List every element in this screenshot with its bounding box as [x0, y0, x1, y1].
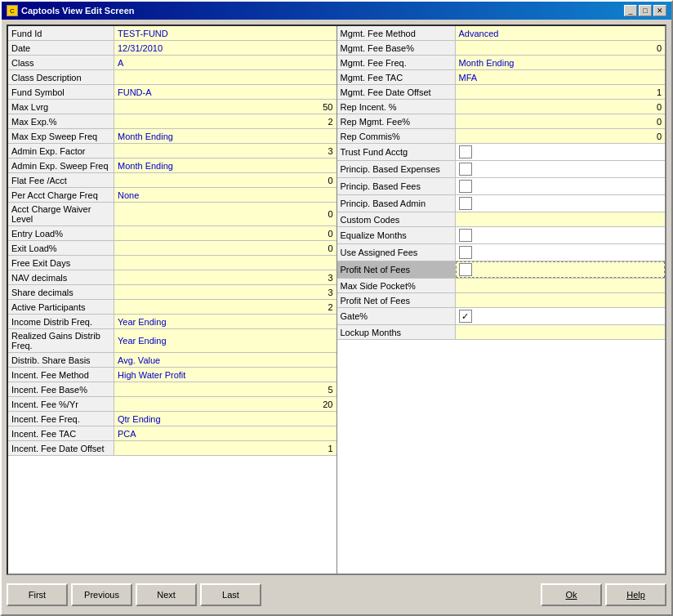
right-row-3: Mgmt. Fee TACMFA	[337, 70, 666, 85]
right-value-7: 0	[456, 129, 666, 143]
checkbox-10[interactable]	[459, 180, 472, 193]
left-row-25: Incent. Fee Freq.Qtr Ending	[8, 412, 336, 426]
right-value-1: 0	[456, 41, 666, 55]
left-label-22: Incent. Fee Method	[8, 368, 114, 382]
left-label-16: NAV decimals	[8, 270, 114, 284]
right-row-7: Rep Commis%0	[337, 129, 666, 144]
left-value-21: Avg. Value	[114, 353, 336, 367]
right-row-4: Mgmt. Fee Date Offset1	[337, 85, 666, 100]
right-value-13[interactable]	[456, 227, 666, 243]
checkbox-18[interactable]	[459, 310, 472, 323]
left-row-13: Entry Load%0	[8, 226, 336, 241]
left-row-12: Acct Charge Waiver Level0	[8, 203, 336, 226]
left-label-11: Per Acct Charge Freq	[8, 188, 114, 202]
right-value-8[interactable]	[456, 144, 666, 160]
left-value-13: 0	[114, 226, 336, 240]
left-value-12: 0	[114, 203, 336, 225]
previous-button[interactable]: Previous	[71, 583, 132, 606]
minimize-button[interactable]: _	[624, 5, 637, 16]
left-row-10: Flat Fee /Acct0	[8, 173, 336, 188]
left-row-14: Exit Load%0	[8, 241, 336, 256]
left-value-25: Qtr Ending	[114, 412, 336, 426]
left-value-27: 1	[114, 441, 336, 455]
left-label-20: Realized Gains Distrib Freq.	[8, 329, 114, 352]
maximize-button[interactable]: □	[639, 5, 652, 16]
right-value-9[interactable]	[456, 161, 666, 177]
checkbox-11[interactable]	[459, 197, 472, 210]
right-label-4: Mgmt. Fee Date Offset	[337, 85, 456, 99]
right-label-3: Mgmt. Fee TAC	[337, 70, 456, 84]
left-value-9: Month Ending	[114, 158, 336, 172]
left-row-4: Fund SymbolFUND-A	[8, 85, 336, 100]
right-label-16: Max Side Pocket%	[337, 279, 456, 292]
left-value-2: A	[114, 56, 336, 69]
right-row-9: Princip. Based Expenses	[337, 161, 666, 178]
left-row-26: Incent. Fee TACPCA	[8, 426, 336, 441]
checkbox-15[interactable]	[459, 263, 472, 276]
right-value-0: Advanced	[456, 26, 666, 40]
left-value-10: 0	[114, 173, 336, 187]
right-label-14: Use Assigned Fees	[337, 244, 456, 261]
window-title: Captools View Edit Screen	[21, 6, 135, 16]
left-row-22: Incent. Fee MethodHigh Water Profit	[8, 368, 336, 382]
right-value-14[interactable]	[456, 244, 666, 261]
main-content: Fund IdTEST-FUNDDate12/31/2010ClassAClas…	[2, 20, 671, 614]
next-button[interactable]: Next	[136, 583, 197, 606]
left-value-26: PCA	[114, 426, 336, 440]
right-value-6: 0	[456, 114, 666, 128]
left-row-24: Incent. Fee %/Yr20	[8, 397, 336, 412]
left-row-3: Class Description	[8, 70, 336, 85]
left-label-7: Max Exp Sweep Freq	[8, 129, 114, 143]
left-value-5: 50	[114, 100, 336, 114]
left-value-17: 3	[114, 285, 336, 299]
checkbox-8[interactable]	[459, 145, 472, 158]
right-value-15[interactable]	[456, 261, 666, 278]
nav-buttons: First Previous Next Last	[7, 583, 261, 606]
title-bar: C Captools View Edit Screen _ □ ✕	[2, 2, 671, 20]
data-grid: Fund IdTEST-FUNDDate12/31/2010ClassAClas…	[7, 25, 666, 575]
right-value-12	[456, 212, 666, 226]
right-value-19	[456, 325, 666, 339]
left-label-21: Distrib. Share Basis	[8, 353, 114, 367]
right-row-6: Rep Mgmt. Fee%0	[337, 114, 666, 129]
right-value-10[interactable]	[456, 178, 666, 194]
left-label-3: Class Description	[8, 70, 114, 84]
left-value-23: 5	[114, 382, 336, 396]
right-value-18[interactable]	[456, 308, 666, 324]
help-button[interactable]: Help	[605, 583, 666, 606]
left-row-11: Per Acct Charge FreqNone	[8, 188, 336, 203]
left-label-5: Max Lvrg	[8, 100, 114, 114]
left-value-11: None	[114, 188, 336, 202]
left-value-3	[114, 70, 336, 84]
left-row-5: Max Lvrg50	[8, 100, 336, 114]
right-row-2: Mgmt. Fee Freq.Month Ending	[337, 56, 666, 70]
left-value-0: TEST-FUND	[114, 26, 336, 40]
left-value-7: Month Ending	[114, 129, 336, 143]
left-label-18: Active Participants	[8, 300, 114, 314]
right-label-1: Mgmt. Fee Base%	[337, 41, 456, 55]
checkbox-13[interactable]	[459, 229, 472, 242]
app-icon: C	[7, 5, 18, 16]
right-label-15: Profit Net of Fees	[337, 261, 456, 278]
left-label-12: Acct Charge Waiver Level	[8, 203, 114, 225]
left-value-14: 0	[114, 241, 336, 255]
right-row-11: Princip. Based Admin	[337, 195, 666, 212]
right-row-16: Max Side Pocket%	[337, 279, 666, 293]
right-row-19: Lockup Months	[337, 325, 666, 340]
right-row-0: Mgmt. Fee MethodAdvanced	[337, 26, 666, 41]
last-button[interactable]: Last	[200, 583, 261, 606]
left-row-23: Incent. Fee Base%5	[8, 382, 336, 397]
right-value-11[interactable]	[456, 195, 666, 212]
close-button[interactable]: ✕	[653, 5, 666, 16]
checkbox-14[interactable]	[459, 246, 472, 259]
checkbox-9[interactable]	[459, 163, 472, 176]
first-button[interactable]: First	[7, 583, 68, 606]
right-label-8: Trust Fund Acctg	[337, 144, 456, 160]
left-row-17: Share decimals3	[8, 285, 336, 300]
right-label-5: Rep Incent. %	[337, 100, 456, 114]
left-label-15: Free Exit Days	[8, 256, 114, 270]
ok-button[interactable]: Ok	[541, 583, 602, 606]
left-label-2: Class	[8, 56, 114, 69]
action-buttons: Ok Help	[541, 583, 666, 606]
right-value-16	[456, 279, 666, 292]
